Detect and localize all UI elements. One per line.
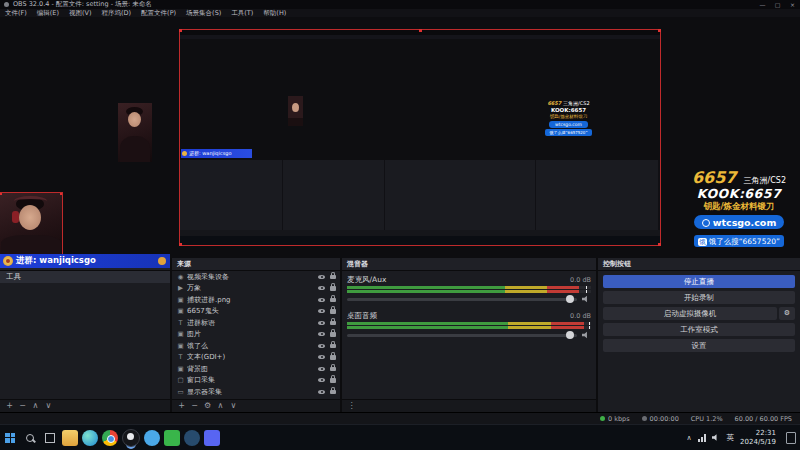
search-icon[interactable] bbox=[20, 426, 40, 450]
volume-slider-handle[interactable] bbox=[566, 295, 574, 303]
visibility-toggle-icon[interactable] bbox=[318, 298, 325, 302]
mini-ad-overlay: 6657 三角洲/CS2 KOOK:6657 钥匙/炼金材料锻刀 wtcsgo.… bbox=[545, 100, 592, 147]
source-row[interactable]: T进群标语 bbox=[172, 317, 340, 329]
menu-item-视图(V)[interactable]: 视图(V) bbox=[64, 9, 97, 17]
sources-toolbar-icon[interactable]: ⚙ bbox=[201, 400, 214, 412]
source-row[interactable]: ▣图片 bbox=[172, 329, 340, 341]
menu-item-场景集合(S)[interactable]: 场景集合(S) bbox=[181, 9, 226, 17]
mixer-channel: 桌面音频0.0 dB bbox=[347, 311, 591, 340]
source-row[interactable]: ▣背景图 bbox=[172, 363, 340, 375]
webcam-source-small[interactable] bbox=[118, 103, 152, 162]
menu-item-文件(F)[interactable]: 文件(F) bbox=[0, 9, 32, 17]
source-row[interactable]: ▣捕获进群.png bbox=[172, 294, 340, 306]
chrome-browser-icon[interactable] bbox=[102, 430, 118, 446]
menu-item-编辑(E)[interactable]: 编辑(E) bbox=[32, 9, 64, 17]
lock-icon[interactable] bbox=[330, 332, 336, 337]
button-设置[interactable]: 设置 bbox=[603, 339, 795, 352]
mixer-toolbar-icon[interactable]: ⋮ bbox=[345, 400, 358, 412]
visibility-toggle-icon[interactable] bbox=[318, 321, 325, 325]
tray-chevron-icon[interactable]: ∧ bbox=[686, 434, 691, 442]
source-row[interactable]: ◉视频采集设备 bbox=[172, 271, 340, 283]
lock-icon[interactable] bbox=[330, 275, 336, 280]
source-row[interactable]: ▢窗口采集 bbox=[172, 375, 340, 387]
source-row[interactable]: ▭显示器采集 bbox=[172, 386, 340, 398]
image-icon: ▣ bbox=[176, 307, 185, 315]
visibility-toggle-icon[interactable] bbox=[318, 309, 325, 313]
lock-icon[interactable] bbox=[330, 367, 336, 372]
edge-browser-icon[interactable] bbox=[82, 430, 98, 446]
sources-toolbar-icon[interactable]: − bbox=[188, 400, 201, 412]
button-开始录制[interactable]: 开始录制 bbox=[603, 291, 795, 304]
menu-item-帮助(H)[interactable]: 帮助(H) bbox=[258, 9, 291, 17]
source-name: 窗口采集 bbox=[187, 375, 318, 385]
close-button[interactable]: × bbox=[785, 0, 800, 9]
lock-icon[interactable] bbox=[330, 286, 336, 291]
sources-toolbar-icon[interactable]: ∨ bbox=[227, 400, 240, 412]
button-停止直播[interactable]: 停止直播 bbox=[603, 275, 795, 288]
source-row[interactable]: ▣6657鬼头 bbox=[172, 306, 340, 318]
scenes-toolbar-icon[interactable]: ∧ bbox=[29, 400, 42, 412]
channel-name: 麦克风/Aux bbox=[347, 275, 386, 285]
menu-item-程序坞(D)[interactable]: 程序坞(D) bbox=[97, 9, 137, 17]
wechat-icon[interactable] bbox=[164, 430, 180, 446]
scenes-toolbar-icon[interactable]: − bbox=[16, 400, 29, 412]
visibility-toggle-icon[interactable] bbox=[318, 390, 325, 394]
steam-icon[interactable] bbox=[184, 430, 200, 446]
button-启动虚拟摄像机[interactable]: 启动虚拟摄像机 bbox=[603, 307, 777, 320]
windows-taskbar: ∧ 英 22:31 2024/5/19 bbox=[0, 424, 800, 450]
volume-slider[interactable] bbox=[347, 298, 577, 301]
source-row[interactable]: ▶万象 bbox=[172, 283, 340, 295]
file-explorer-icon[interactable] bbox=[62, 430, 78, 446]
speaker-icon[interactable] bbox=[582, 331, 591, 339]
sources-toolbar-icon[interactable]: ∧ bbox=[214, 400, 227, 412]
speaker-icon[interactable] bbox=[582, 295, 591, 303]
maximize-button[interactable]: ▢ bbox=[770, 0, 785, 9]
visibility-toggle-icon[interactable] bbox=[318, 378, 325, 382]
visibility-toggle-icon[interactable] bbox=[318, 367, 325, 371]
lock-icon[interactable] bbox=[330, 344, 336, 349]
sources-dock: 来源 ◉视频采集设备▶万象▣捕获进群.png▣6657鬼头T进群标语▣图片▣饿了… bbox=[172, 258, 340, 412]
menu-item-工具(T)[interactable]: 工具(T) bbox=[226, 9, 258, 17]
lock-icon[interactable] bbox=[330, 355, 336, 360]
sources-toolbar-icon[interactable]: + bbox=[175, 400, 188, 412]
volume-icon[interactable] bbox=[712, 434, 721, 442]
ad-overlay-source[interactable]: 6657 三角洲/CS2 KOOK:6657 钥匙/炼金材料锻刀 wtcsgo.… bbox=[682, 169, 796, 251]
menu-item-配置文件(P)[interactable]: 配置文件(P) bbox=[136, 9, 181, 17]
lock-icon[interactable] bbox=[330, 321, 336, 326]
virtual-camera-settings-gear-icon[interactable]: ⚙ bbox=[779, 307, 795, 320]
start-button[interactable] bbox=[0, 426, 20, 450]
source-row[interactable]: ▣饿了么 bbox=[172, 340, 340, 352]
group-banner-source[interactable]: 进群: wanjiqicsgo bbox=[0, 254, 170, 268]
channel-name: 桌面音频 bbox=[347, 311, 377, 321]
network-icon[interactable] bbox=[698, 434, 706, 442]
clock[interactable]: 22:31 2024/5/19 bbox=[740, 429, 776, 447]
webcam-source-main[interactable] bbox=[0, 193, 62, 255]
visibility-toggle-icon[interactable] bbox=[318, 355, 325, 359]
lock-icon[interactable] bbox=[330, 390, 336, 395]
scene-item[interactable]: 工具 bbox=[0, 271, 170, 283]
image-icon: ▣ bbox=[176, 365, 185, 373]
visibility-toggle-icon[interactable] bbox=[318, 286, 325, 290]
qq-icon[interactable] bbox=[144, 430, 160, 446]
notification-center-icon[interactable] bbox=[786, 432, 796, 444]
visibility-toggle-icon[interactable] bbox=[318, 332, 325, 336]
source-row[interactable]: T文本(GDI+) bbox=[172, 352, 340, 364]
mini-ad-brand-sub: 三角洲/CS2 bbox=[563, 100, 590, 106]
obs-window-capture-source[interactable]: 进群: wanjiqicsgo 6657 三角洲/CS2 KOOK:6657 钥… bbox=[180, 30, 660, 245]
volume-slider-handle[interactable] bbox=[566, 331, 574, 339]
lock-icon[interactable] bbox=[330, 298, 336, 303]
input-method-indicator[interactable]: 英 bbox=[727, 433, 735, 443]
button-工作室模式[interactable]: 工作室模式 bbox=[603, 323, 795, 336]
scenes-toolbar-icon[interactable]: ∨ bbox=[42, 400, 55, 412]
scenes-toolbar-icon[interactable]: + bbox=[3, 400, 16, 412]
lock-icon[interactable] bbox=[330, 309, 336, 314]
obs-studio-icon[interactable] bbox=[122, 429, 140, 447]
lock-icon[interactable] bbox=[330, 378, 336, 383]
visibility-toggle-icon[interactable] bbox=[318, 275, 325, 279]
task-view-icon[interactable] bbox=[40, 426, 60, 450]
volume-slider[interactable] bbox=[347, 334, 577, 337]
discord-icon[interactable] bbox=[204, 430, 220, 446]
minimize-button[interactable]: — bbox=[755, 0, 770, 9]
visibility-toggle-icon[interactable] bbox=[318, 344, 325, 348]
mini-ad-brand: 6657 bbox=[547, 100, 561, 106]
